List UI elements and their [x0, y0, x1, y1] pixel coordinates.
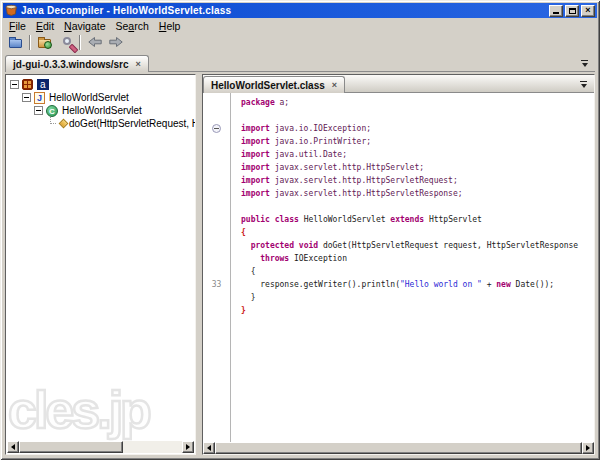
code-viewer: 33 package a; import java.io.IOException… — [203, 93, 594, 442]
code-line: throws IOException — [241, 252, 594, 265]
tree-node-label: HelloWorldServlet — [49, 92, 129, 103]
tree-node-helloworldservlet[interactable]: JHelloWorldServlet — [10, 91, 195, 104]
menu-file[interactable]: File — [4, 20, 31, 32]
toolbar-separator — [79, 35, 81, 50]
tab-close-icon[interactable]: × — [332, 81, 337, 90]
tab-helloworldservlet-class[interactable]: HelloWorldServlet.class × — [203, 76, 345, 93]
code-line: { — [241, 226, 594, 239]
class-icon: C — [46, 105, 58, 117]
forward-icon — [109, 37, 123, 47]
title-bar: Java Decompiler - HelloWorldServlet.clas… — [3, 3, 597, 18]
tree-node-a[interactable]: a — [10, 78, 195, 91]
search-icon — [63, 37, 71, 45]
code-line: public class HelloWorldServlet extends H… — [241, 213, 594, 226]
fold-collapse-icon[interactable] — [212, 124, 221, 133]
close-icon: × — [585, 6, 590, 15]
code-line: protected void doGet(HttpServletRequest … — [241, 239, 594, 252]
tab-label: jd-gui-0.3.3.windows/src — [13, 59, 129, 70]
gutter-row — [203, 109, 230, 122]
tree-node-label: a — [37, 79, 49, 90]
code-line: import javax.servlet.http.HttpServletRes… — [241, 187, 594, 200]
editor-horizontal-scrollbar[interactable] — [203, 442, 594, 454]
code-line: } — [241, 304, 594, 317]
split-pane: aJHelloWorldServletCHelloWorldServletdoG… — [5, 72, 595, 455]
scroll-left-icon — [204, 445, 211, 451]
menu-help[interactable]: Help — [154, 20, 186, 32]
open-file-button[interactable] — [5, 33, 26, 51]
gutter-row — [203, 252, 230, 265]
close-button[interactable]: × — [581, 5, 595, 17]
tree-collapse-icon[interactable] — [22, 93, 31, 102]
code-line: import javax.servlet.http.HttpServletReq… — [241, 174, 594, 187]
tree-collapse-icon[interactable] — [10, 80, 19, 89]
tree-node-label: HelloWorldServlet — [62, 105, 142, 116]
tree-node-helloworldservlet[interactable]: CHelloWorldServlet — [10, 104, 195, 117]
decompiled-source[interactable]: package a; import java.io.IOException;im… — [231, 93, 594, 442]
tree-horizontal-scrollbar[interactable] — [7, 441, 194, 453]
code-line — [241, 109, 594, 122]
back-icon — [88, 37, 102, 47]
editor-panel: HelloWorldServlet.class × 33 package a; … — [202, 74, 595, 455]
menu-search[interactable]: Search — [111, 20, 154, 32]
tree-connector — [46, 117, 55, 130]
gutter-row — [203, 265, 230, 278]
gutter-row — [203, 213, 230, 226]
gutter-row — [203, 122, 230, 135]
tab-list-button[interactable] — [576, 77, 591, 90]
method-icon — [59, 119, 69, 129]
editor-tab-bar: HelloWorldServlet.class × — [203, 75, 594, 93]
tab-label: HelloWorldServlet.class — [211, 80, 325, 91]
scroll-right-button[interactable] — [582, 442, 594, 454]
open-file-icon — [9, 39, 22, 48]
code-line: import java.util.Date; — [241, 148, 594, 161]
scroll-left-button[interactable] — [7, 441, 19, 453]
maximize-icon — [569, 8, 576, 14]
line-number-gutter: 33 — [203, 93, 231, 442]
tree-node-doget-httpservletrequest-http[interactable]: doGet(HttpServletRequest, Http — [10, 117, 195, 130]
tab-list-icon — [581, 60, 588, 66]
tab-jd-gui-src[interactable]: jd-gui-0.3.3.windows/src × — [5, 55, 149, 72]
app-window: Java Decompiler - HelloWorldServlet.clas… — [0, 0, 600, 460]
tree-node-label: doGet(HttpServletRequest, Http — [69, 118, 196, 129]
menu-bar: FileEditNavigateSearchHelp — [3, 18, 597, 32]
java-cup-icon — [5, 4, 18, 17]
line-number: 33 — [203, 278, 230, 291]
scroll-right-button[interactable] — [182, 441, 194, 453]
tab-close-icon[interactable]: × — [136, 60, 141, 69]
menu-navigate[interactable]: Navigate — [59, 20, 110, 32]
scrollbar-thumb[interactable] — [19, 441, 123, 453]
code-line: package a; — [241, 96, 594, 109]
scrollbar-thumb[interactable] — [215, 442, 582, 454]
source-tab-bar: jd-gui-0.3.3.windows/src × — [5, 54, 595, 72]
code-line: import javax.servlet.http.HttpServlet; — [241, 161, 594, 174]
open-type-button[interactable] — [34, 33, 55, 51]
scroll-left-button[interactable] — [203, 442, 215, 454]
back-button[interactable] — [84, 33, 105, 51]
code-line: import java.io.PrintWriter; — [241, 135, 594, 148]
scrollbar-track[interactable] — [19, 441, 182, 453]
gutter-row — [203, 187, 230, 200]
tree-collapse-icon[interactable] — [34, 106, 43, 115]
gutter-row — [203, 226, 230, 239]
search-button[interactable] — [55, 33, 76, 51]
gutter-row — [203, 161, 230, 174]
minimize-button[interactable] — [549, 5, 563, 17]
toolbar — [3, 32, 597, 52]
tab-list-button[interactable] — [577, 56, 592, 69]
gutter-row — [203, 148, 230, 161]
maximize-button[interactable] — [565, 5, 579, 17]
scroll-right-icon — [186, 444, 193, 450]
tab-list-icon — [580, 81, 587, 87]
open-type-icon — [38, 39, 51, 48]
scrollbar-track[interactable] — [215, 442, 582, 454]
forward-button[interactable] — [105, 33, 126, 51]
scroll-left-icon — [8, 444, 15, 450]
watermark: cles.jp — [8, 380, 149, 440]
menu-edit[interactable]: Edit — [31, 20, 59, 32]
main-area: jd-gui-0.3.3.windows/src × aJHelloWorldS… — [3, 52, 597, 457]
code-line: import java.io.IOException; — [241, 122, 594, 135]
gutter-row — [203, 291, 230, 304]
java-file-icon: J — [34, 92, 45, 104]
minimize-icon — [553, 12, 559, 14]
package-tree: aJHelloWorldServletCHelloWorldServletdoG… — [6, 75, 195, 130]
